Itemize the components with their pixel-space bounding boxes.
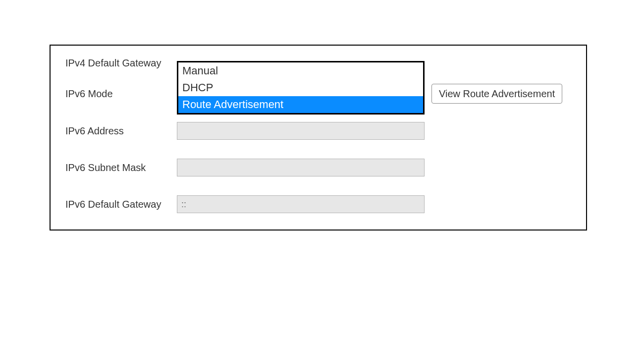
ipv6-default-gateway-label: IPv6 Default Gateway (65, 199, 177, 210)
ipv4-default-gateway-label: IPv4 Default Gateway (65, 58, 177, 69)
network-settings-panel: IPv4 Default Gateway Manual DHCP Route A… (50, 45, 587, 231)
ipv6-address-input[interactable] (177, 122, 425, 140)
ipv6-mode-label: IPv6 Mode (65, 88, 177, 100)
ipv6-default-gateway-input[interactable] (177, 195, 425, 213)
ipv6-subnet-mask-input[interactable] (177, 159, 425, 176)
view-route-advertisement-button[interactable]: View Route Advertisement (431, 84, 562, 104)
ipv6-address-label: IPv6 Address (65, 125, 177, 137)
ipv6-mode-option-dhcp[interactable]: DHCP (178, 79, 423, 96)
ipv6-mode-option-route-advertisement[interactable]: Route Advertisement (178, 96, 423, 113)
ipv6-subnet-mask-label: IPv6 Subnet Mask (65, 162, 177, 174)
ipv6-mode-dropdown[interactable]: Manual DHCP Route Advertisement (177, 61, 425, 115)
ipv6-mode-option-manual[interactable]: Manual (178, 62, 423, 79)
